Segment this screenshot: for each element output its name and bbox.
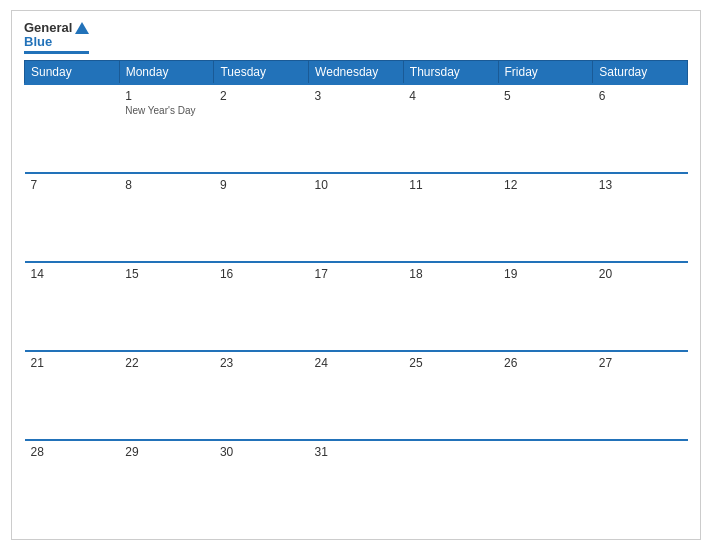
day-number: 3 bbox=[315, 89, 398, 103]
day-number: 17 bbox=[315, 267, 398, 281]
calendar-day-cell: 13 bbox=[593, 173, 688, 262]
calendar-day-cell: 8 bbox=[119, 173, 214, 262]
logo-text-general: General bbox=[24, 21, 72, 35]
calendar-day-cell: 17 bbox=[309, 262, 404, 351]
header-tuesday: Tuesday bbox=[214, 60, 309, 84]
day-number: 9 bbox=[220, 178, 303, 192]
calendar-week-row: 1New Year's Day23456 bbox=[25, 84, 688, 173]
calendar-day-cell: 30 bbox=[214, 440, 309, 529]
day-number: 23 bbox=[220, 356, 303, 370]
calendar-day-cell: 1New Year's Day bbox=[119, 84, 214, 173]
calendar-day-cell: 28 bbox=[25, 440, 120, 529]
calendar-day-cell: 24 bbox=[309, 351, 404, 440]
day-number: 21 bbox=[31, 356, 114, 370]
calendar-day-cell: 26 bbox=[498, 351, 593, 440]
day-number: 11 bbox=[409, 178, 492, 192]
calendar: General Blue Sunday Monday Tuesday Wedne… bbox=[11, 10, 701, 540]
day-number: 4 bbox=[409, 89, 492, 103]
calendar-day-cell: 21 bbox=[25, 351, 120, 440]
calendar-day-cell: 18 bbox=[403, 262, 498, 351]
calendar-header: General Blue bbox=[24, 21, 688, 54]
calendar-day-cell: 6 bbox=[593, 84, 688, 173]
calendar-day-cell: 23 bbox=[214, 351, 309, 440]
calendar-day-cell: 10 bbox=[309, 173, 404, 262]
day-number: 25 bbox=[409, 356, 492, 370]
calendar-day-cell: 4 bbox=[403, 84, 498, 173]
calendar-week-row: 21222324252627 bbox=[25, 351, 688, 440]
day-number: 30 bbox=[220, 445, 303, 459]
day-number: 16 bbox=[220, 267, 303, 281]
day-number: 29 bbox=[125, 445, 208, 459]
day-number: 15 bbox=[125, 267, 208, 281]
calendar-day-cell: 14 bbox=[25, 262, 120, 351]
calendar-week-row: 14151617181920 bbox=[25, 262, 688, 351]
day-number: 24 bbox=[315, 356, 398, 370]
header-monday: Monday bbox=[119, 60, 214, 84]
logo-underline bbox=[24, 51, 89, 54]
calendar-day-cell: 29 bbox=[119, 440, 214, 529]
day-number: 2 bbox=[220, 89, 303, 103]
header-wednesday: Wednesday bbox=[309, 60, 404, 84]
day-number: 5 bbox=[504, 89, 587, 103]
header-thursday: Thursday bbox=[403, 60, 498, 84]
calendar-day-cell: 31 bbox=[309, 440, 404, 529]
header-sunday: Sunday bbox=[25, 60, 120, 84]
day-number: 27 bbox=[599, 356, 682, 370]
calendar-day-cell: 20 bbox=[593, 262, 688, 351]
logo-triangle-icon bbox=[75, 22, 89, 34]
calendar-day-cell bbox=[498, 440, 593, 529]
day-number: 13 bbox=[599, 178, 682, 192]
calendar-day-cell: 2 bbox=[214, 84, 309, 173]
day-number: 1 bbox=[125, 89, 208, 103]
calendar-day-cell: 27 bbox=[593, 351, 688, 440]
day-number: 12 bbox=[504, 178, 587, 192]
day-number: 18 bbox=[409, 267, 492, 281]
day-number: 8 bbox=[125, 178, 208, 192]
calendar-day-cell: 12 bbox=[498, 173, 593, 262]
calendar-day-cell: 3 bbox=[309, 84, 404, 173]
day-number: 10 bbox=[315, 178, 398, 192]
logo: General Blue bbox=[24, 21, 89, 54]
header-friday: Friday bbox=[498, 60, 593, 84]
calendar-day-cell: 22 bbox=[119, 351, 214, 440]
calendar-day-cell bbox=[593, 440, 688, 529]
event-label: New Year's Day bbox=[125, 105, 208, 116]
day-number: 6 bbox=[599, 89, 682, 103]
day-number: 28 bbox=[31, 445, 114, 459]
day-number: 26 bbox=[504, 356, 587, 370]
calendar-table: Sunday Monday Tuesday Wednesday Thursday… bbox=[24, 60, 688, 529]
day-number: 31 bbox=[315, 445, 398, 459]
calendar-day-cell: 19 bbox=[498, 262, 593, 351]
day-number: 20 bbox=[599, 267, 682, 281]
day-number: 19 bbox=[504, 267, 587, 281]
calendar-week-row: 28293031 bbox=[25, 440, 688, 529]
calendar-day-cell: 15 bbox=[119, 262, 214, 351]
logo-text-blue: Blue bbox=[24, 35, 52, 49]
calendar-day-cell: 25 bbox=[403, 351, 498, 440]
calendar-day-cell: 7 bbox=[25, 173, 120, 262]
day-number: 22 bbox=[125, 356, 208, 370]
calendar-day-cell: 16 bbox=[214, 262, 309, 351]
weekday-header-row: Sunday Monday Tuesday Wednesday Thursday… bbox=[25, 60, 688, 84]
calendar-day-cell bbox=[25, 84, 120, 173]
calendar-day-cell bbox=[403, 440, 498, 529]
calendar-day-cell: 9 bbox=[214, 173, 309, 262]
day-number: 7 bbox=[31, 178, 114, 192]
header-saturday: Saturday bbox=[593, 60, 688, 84]
day-number: 14 bbox=[31, 267, 114, 281]
calendar-day-cell: 5 bbox=[498, 84, 593, 173]
calendar-week-row: 78910111213 bbox=[25, 173, 688, 262]
calendar-day-cell: 11 bbox=[403, 173, 498, 262]
